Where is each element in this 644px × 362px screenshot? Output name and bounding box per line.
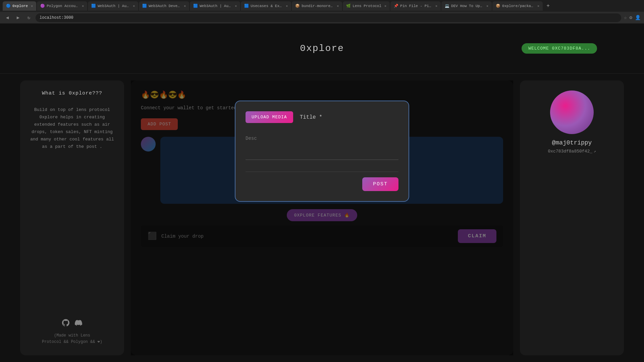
tab-bar: 🔵 0xplore ✕ 🟣 Polygon Account ✕ 🟦 Web3Au…	[0, 0, 644, 12]
create-post-modal: UPLOAD MEDIA Title * POST	[235, 101, 409, 202]
tab-polygon[interactable]: 🟣 Polygon Account ✕	[37, 1, 87, 11]
sidebar-title: What is 0xplore???	[42, 90, 102, 96]
profile-button[interactable]: 👤	[635, 15, 641, 20]
sidebar-description: Build on top of lens protocol 0xplore he…	[29, 106, 116, 151]
tab-usecases[interactable]: 🟦 Usecases & Exam... ✕	[241, 1, 291, 11]
tab-lens[interactable]: 🌿 Lens Protocol ✕	[343, 1, 390, 11]
bookmark-button[interactable]: ☆	[624, 15, 627, 20]
tab-web3auth-2[interactable]: 🟦 Web3Auth | Auth... ✕	[190, 1, 240, 11]
tab-label-web3auth1: Web3Auth | Auth...	[98, 4, 130, 8]
browser-actions: ☆ ⚙ 👤	[624, 15, 641, 20]
sidebar-made-with: (Made with LensProtocol && Polygon && ❤️…	[42, 333, 102, 345]
profile-handle: @maj0trippy	[552, 139, 592, 146]
tab-label-polygon: Polygon Account	[47, 4, 79, 8]
extensions-button[interactable]: ⚙	[630, 15, 632, 20]
main-layout: What is 0xplore??? Build on top of lens …	[0, 74, 644, 362]
post-button[interactable]: POST	[362, 177, 398, 191]
tab-0xplore-pkg[interactable]: 📦 0xplore/package... ✕	[492, 1, 543, 11]
external-link-icon[interactable]: ↗	[594, 149, 596, 154]
tab-label-0xplore: 0xplore	[12, 4, 28, 8]
tab-pinata[interactable]: 📌 Pin File - Pinata... ✕	[390, 1, 441, 11]
back-button[interactable]: ◀	[3, 14, 11, 22]
app-content: 0xplore WELCOME 0XC783DF8A... What is 0x…	[0, 23, 644, 362]
modal-overlay: UPLOAD MEDIA Title * POST	[131, 80, 513, 355]
profile-address: 0xc783df8a850f42_ ↗	[548, 149, 596, 154]
wallet-button[interactable]: WELCOME 0XC783DF8A...	[522, 43, 597, 54]
tab-close-0xplore[interactable]: ✕	[31, 4, 33, 8]
sidebar-icons	[42, 319, 102, 328]
right-sidebar: @maj0trippy 0xc783df8a850f42_ ↗	[520, 80, 624, 355]
app-header: 0xplore WELCOME 0XC783DF8A...	[0, 23, 644, 74]
profile-address-text: 0xc783df8a850f42_	[548, 149, 592, 154]
profile-avatar	[550, 90, 594, 134]
tab-web3auth-dev[interactable]: 🟦 Web3Auth Deve... ✕	[139, 1, 189, 11]
tab-favicon-0xplore: 🔵	[6, 4, 11, 8]
app-logo: 0xplore	[300, 43, 344, 54]
forward-button[interactable]: ▶	[14, 14, 22, 22]
browser-chrome: 🔵 0xplore ✕ 🟣 Polygon Account ✕ 🟦 Web3Au…	[0, 0, 644, 23]
url-text: localhost:3000	[40, 15, 73, 20]
tab-bundir[interactable]: 📦 bundir-monorepo... ✕	[292, 1, 342, 11]
modal-desc-input[interactable]	[246, 133, 398, 160]
tab-0xplore[interactable]: 🔵 0xplore ✕	[3, 1, 36, 11]
modal-title-label: Title *	[300, 114, 322, 120]
tab-dev-upload[interactable]: 💻 DEV How To Upload ✕	[441, 1, 492, 11]
center-content: 🔥😎🔥😎🔥 Connect your wallet to get started…	[131, 80, 513, 355]
new-tab-button[interactable]: +	[543, 1, 553, 11]
sidebar-footer: (Made with LensProtocol && Polygon && ❤️…	[42, 319, 102, 345]
left-sidebar: What is 0xplore??? Build on top of lens …	[20, 80, 124, 355]
tab-web3auth-1[interactable]: 🟦 Web3Auth | Auth... ✕	[88, 1, 138, 11]
modal-desc-section	[246, 130, 398, 172]
address-bar[interactable]: localhost:3000	[36, 13, 621, 22]
upload-media-button[interactable]: UPLOAD MEDIA	[246, 111, 293, 123]
modal-top: UPLOAD MEDIA Title *	[246, 111, 398, 123]
refresh-button[interactable]: ↻	[25, 14, 33, 22]
modal-footer: POST	[246, 177, 398, 191]
github-icon[interactable]	[62, 319, 69, 328]
discord-icon[interactable]	[75, 319, 82, 328]
address-bar-row: ◀ ▶ ↻ localhost:3000 ☆ ⚙ 👤	[0, 12, 644, 23]
